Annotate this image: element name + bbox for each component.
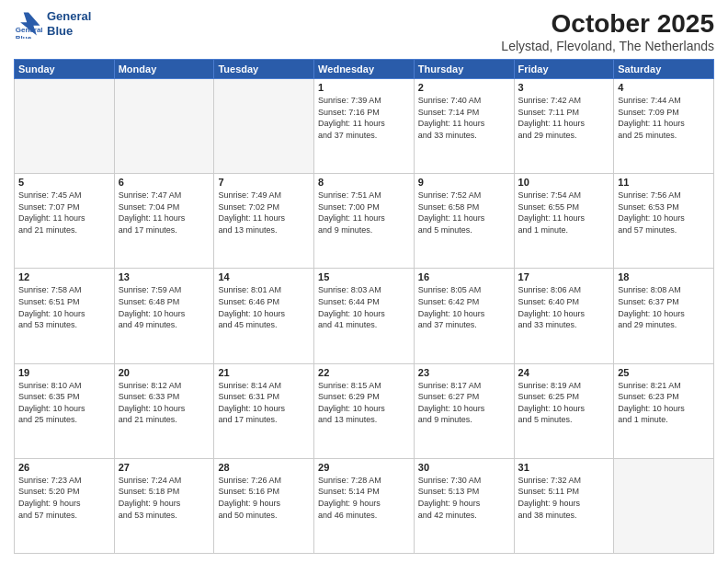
day-info: Sunrise: 7:28 AM Sunset: 5:14 PM Dayligh…: [318, 475, 410, 521]
day-info: Sunrise: 8:03 AM Sunset: 6:44 PM Dayligh…: [318, 284, 410, 330]
weekday-header-wednesday: Wednesday: [314, 60, 415, 79]
day-info: Sunrise: 7:23 AM Sunset: 5:20 PM Dayligh…: [18, 475, 110, 521]
calendar-table: SundayMondayTuesdayWednesdayThursdayFrid…: [14, 59, 714, 554]
calendar-cell: 23Sunrise: 8:17 AM Sunset: 6:27 PM Dayli…: [414, 363, 514, 458]
day-number: 19: [18, 367, 110, 378]
day-number: 20: [119, 367, 210, 378]
calendar-cell: 19Sunrise: 8:10 AM Sunset: 6:35 PM Dayli…: [15, 363, 115, 458]
calendar-cell: 18Sunrise: 8:08 AM Sunset: 6:37 PM Dayli…: [614, 269, 714, 363]
calendar-cell: [114, 79, 214, 174]
logo: General Blue General Blue: [14, 9, 91, 39]
day-info: Sunrise: 8:21 AM Sunset: 6:23 PM Dayligh…: [618, 380, 710, 426]
day-number: 2: [418, 82, 510, 93]
calendar-cell: 21Sunrise: 8:14 AM Sunset: 6:31 PM Dayli…: [214, 363, 314, 458]
day-number: 10: [518, 177, 610, 188]
day-number: 7: [218, 177, 310, 188]
calendar-cell: [214, 79, 314, 174]
calendar-cell: 27Sunrise: 7:24 AM Sunset: 5:18 PM Dayli…: [114, 458, 214, 553]
day-number: 17: [518, 271, 610, 282]
day-info: Sunrise: 7:54 AM Sunset: 6:55 PM Dayligh…: [518, 190, 610, 236]
day-number: 31: [518, 462, 610, 473]
calendar-cell: 11Sunrise: 7:56 AM Sunset: 6:53 PM Dayli…: [614, 174, 714, 269]
day-number: 16: [418, 271, 510, 282]
day-number: 26: [18, 462, 110, 473]
day-number: 6: [119, 177, 210, 188]
calendar-cell: 14Sunrise: 8:01 AM Sunset: 6:46 PM Dayli…: [214, 269, 314, 363]
calendar-cell: 15Sunrise: 8:03 AM Sunset: 6:44 PM Dayli…: [314, 269, 415, 363]
calendar-cell: 16Sunrise: 8:05 AM Sunset: 6:42 PM Dayli…: [414, 269, 514, 363]
day-info: Sunrise: 7:26 AM Sunset: 5:16 PM Dayligh…: [218, 475, 310, 521]
day-info: Sunrise: 8:14 AM Sunset: 6:31 PM Dayligh…: [218, 380, 310, 426]
svg-text:General: General: [16, 26, 43, 34]
day-info: Sunrise: 7:39 AM Sunset: 7:16 PM Dayligh…: [318, 95, 410, 141]
weekday-header-saturday: Saturday: [614, 60, 714, 79]
calendar-week-3: 12Sunrise: 7:58 AM Sunset: 6:51 PM Dayli…: [15, 269, 714, 363]
weekday-header-monday: Monday: [114, 60, 214, 79]
day-number: 4: [618, 82, 710, 93]
calendar-cell: 13Sunrise: 7:59 AM Sunset: 6:48 PM Dayli…: [114, 269, 214, 363]
day-info: Sunrise: 7:52 AM Sunset: 6:58 PM Dayligh…: [418, 190, 510, 236]
calendar-week-5: 26Sunrise: 7:23 AM Sunset: 5:20 PM Dayli…: [15, 458, 714, 553]
calendar-cell: 31Sunrise: 7:32 AM Sunset: 5:11 PM Dayli…: [514, 458, 614, 553]
day-number: 25: [618, 367, 710, 378]
calendar-week-2: 5Sunrise: 7:45 AM Sunset: 7:07 PM Daylig…: [15, 174, 714, 269]
day-info: Sunrise: 7:59 AM Sunset: 6:48 PM Dayligh…: [119, 284, 210, 330]
calendar-cell: 2Sunrise: 7:40 AM Sunset: 7:14 PM Daylig…: [414, 79, 514, 174]
calendar-week-1: 1Sunrise: 7:39 AM Sunset: 7:16 PM Daylig…: [15, 79, 714, 174]
calendar-cell: [614, 458, 714, 553]
logo-icon: General Blue: [14, 9, 43, 39]
day-info: Sunrise: 7:32 AM Sunset: 5:11 PM Dayligh…: [518, 475, 610, 521]
logo-text-blue: Blue: [47, 24, 91, 39]
day-number: 15: [318, 271, 410, 282]
day-info: Sunrise: 8:06 AM Sunset: 6:40 PM Dayligh…: [518, 284, 610, 330]
day-info: Sunrise: 7:45 AM Sunset: 7:07 PM Dayligh…: [18, 190, 110, 236]
calendar-cell: 20Sunrise: 8:12 AM Sunset: 6:33 PM Dayli…: [114, 363, 214, 458]
calendar-cell: 12Sunrise: 7:58 AM Sunset: 6:51 PM Dayli…: [15, 269, 115, 363]
day-number: 5: [18, 177, 110, 188]
calendar-cell: 30Sunrise: 7:30 AM Sunset: 5:13 PM Dayli…: [414, 458, 514, 553]
day-info: Sunrise: 7:24 AM Sunset: 5:18 PM Dayligh…: [119, 475, 210, 521]
weekday-header-friday: Friday: [514, 60, 614, 79]
day-number: 1: [318, 82, 410, 93]
day-info: Sunrise: 7:42 AM Sunset: 7:11 PM Dayligh…: [518, 95, 610, 141]
page: General Blue General Blue October 2025 L…: [0, 0, 728, 563]
calendar-cell: 7Sunrise: 7:49 AM Sunset: 7:02 PM Daylig…: [214, 174, 314, 269]
day-info: Sunrise: 8:10 AM Sunset: 6:35 PM Dayligh…: [18, 380, 110, 426]
calendar-cell: 24Sunrise: 8:19 AM Sunset: 6:25 PM Dayli…: [514, 363, 614, 458]
svg-text:Blue: Blue: [16, 34, 32, 39]
day-info: Sunrise: 8:17 AM Sunset: 6:27 PM Dayligh…: [418, 380, 510, 426]
calendar-cell: 4Sunrise: 7:44 AM Sunset: 7:09 PM Daylig…: [614, 79, 714, 174]
calendar-cell: [15, 79, 115, 174]
calendar-cell: 1Sunrise: 7:39 AM Sunset: 7:16 PM Daylig…: [314, 79, 415, 174]
logo-text-general: General: [47, 9, 91, 24]
page-subtitle: Lelystad, Flevoland, The Netherlands: [501, 39, 714, 53]
day-info: Sunrise: 7:40 AM Sunset: 7:14 PM Dayligh…: [418, 95, 510, 141]
calendar-cell: 5Sunrise: 7:45 AM Sunset: 7:07 PM Daylig…: [15, 174, 115, 269]
day-number: 23: [418, 367, 510, 378]
weekday-header-sunday: Sunday: [15, 60, 115, 79]
calendar-cell: 10Sunrise: 7:54 AM Sunset: 6:55 PM Dayli…: [514, 174, 614, 269]
day-number: 12: [18, 271, 110, 282]
day-info: Sunrise: 7:44 AM Sunset: 7:09 PM Dayligh…: [618, 95, 710, 141]
day-info: Sunrise: 8:05 AM Sunset: 6:42 PM Dayligh…: [418, 284, 510, 330]
day-info: Sunrise: 7:49 AM Sunset: 7:02 PM Dayligh…: [218, 190, 310, 236]
day-info: Sunrise: 8:19 AM Sunset: 6:25 PM Dayligh…: [518, 380, 610, 426]
day-number: 28: [218, 462, 310, 473]
day-number: 14: [218, 271, 310, 282]
day-info: Sunrise: 8:01 AM Sunset: 6:46 PM Dayligh…: [218, 284, 310, 330]
day-number: 29: [318, 462, 410, 473]
calendar-cell: 8Sunrise: 7:51 AM Sunset: 7:00 PM Daylig…: [314, 174, 415, 269]
day-number: 18: [618, 271, 710, 282]
calendar-cell: 3Sunrise: 7:42 AM Sunset: 7:11 PM Daylig…: [514, 79, 614, 174]
day-info: Sunrise: 7:51 AM Sunset: 7:00 PM Dayligh…: [318, 190, 410, 236]
calendar-cell: 17Sunrise: 8:06 AM Sunset: 6:40 PM Dayli…: [514, 269, 614, 363]
calendar-cell: 9Sunrise: 7:52 AM Sunset: 6:58 PM Daylig…: [414, 174, 514, 269]
day-number: 3: [518, 82, 610, 93]
calendar-week-4: 19Sunrise: 8:10 AM Sunset: 6:35 PM Dayli…: [15, 363, 714, 458]
day-number: 22: [318, 367, 410, 378]
day-number: 8: [318, 177, 410, 188]
calendar-cell: 29Sunrise: 7:28 AM Sunset: 5:14 PM Dayli…: [314, 458, 415, 553]
day-number: 11: [618, 177, 710, 188]
day-number: 24: [518, 367, 610, 378]
header: General Blue General Blue October 2025 L…: [14, 9, 714, 53]
